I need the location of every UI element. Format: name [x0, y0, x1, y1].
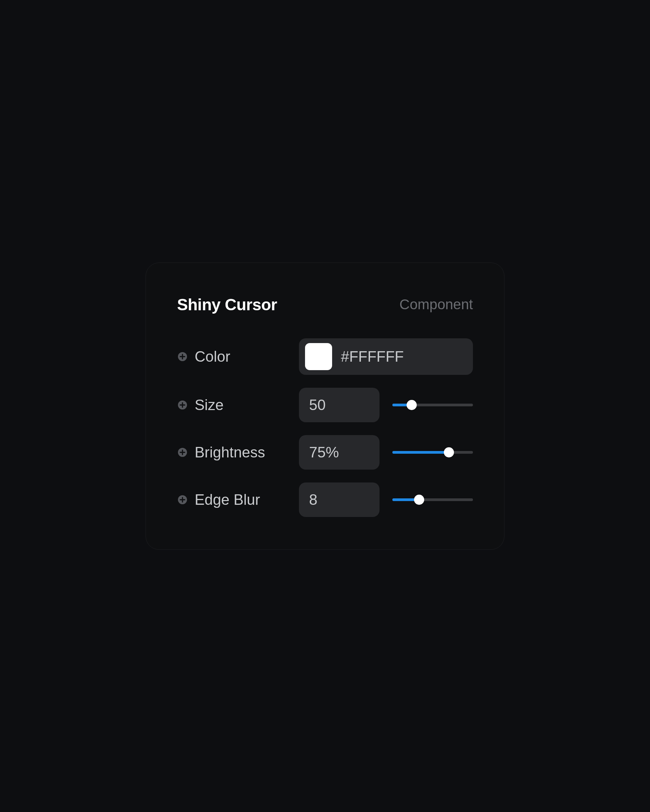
brightness-label: Brightness	[195, 444, 265, 461]
plus-circle-icon[interactable]	[177, 400, 188, 411]
edge-blur-label: Edge Blur	[195, 491, 260, 508]
color-swatch[interactable]	[305, 343, 332, 370]
edge-blur-input[interactable]: 8	[299, 482, 379, 517]
size-row: Size 50	[177, 388, 473, 422]
color-label: Color	[195, 348, 230, 365]
size-value: 50	[309, 397, 326, 413]
brightness-row: Brightness 75%	[177, 435, 473, 470]
color-row: Color #FFFFFF	[177, 338, 473, 375]
brightness-label-group: Brightness	[177, 444, 299, 461]
plus-circle-icon[interactable]	[177, 351, 188, 362]
brightness-slider[interactable]	[392, 451, 473, 454]
edge-blur-label-group: Edge Blur	[177, 491, 299, 508]
slider-thumb[interactable]	[407, 400, 417, 410]
panel-subtitle: Component	[399, 296, 473, 313]
color-label-group: Color	[177, 348, 299, 365]
edge-blur-row: Edge Blur 8	[177, 482, 473, 517]
properties-panel: Shiny Cursor Component Color #FFFFFF	[145, 263, 505, 550]
brightness-input[interactable]: 75%	[299, 435, 379, 470]
size-label-group: Size	[177, 397, 299, 414]
size-slider[interactable]	[392, 404, 473, 406]
slider-thumb[interactable]	[414, 495, 424, 505]
slider-thumb[interactable]	[444, 447, 454, 458]
brightness-value: 75%	[309, 444, 339, 461]
plus-circle-icon[interactable]	[177, 494, 188, 505]
color-field[interactable]: #FFFFFF	[299, 338, 473, 375]
panel-title: Shiny Cursor	[177, 295, 277, 314]
panel-header: Shiny Cursor Component	[177, 295, 473, 314]
size-input[interactable]: 50	[299, 388, 379, 422]
color-value: #FFFFFF	[341, 348, 404, 365]
size-label: Size	[195, 397, 224, 414]
plus-circle-icon[interactable]	[177, 447, 188, 458]
slider-fill	[392, 451, 449, 454]
edge-blur-slider[interactable]	[392, 498, 473, 501]
edge-blur-value: 8	[309, 491, 317, 508]
